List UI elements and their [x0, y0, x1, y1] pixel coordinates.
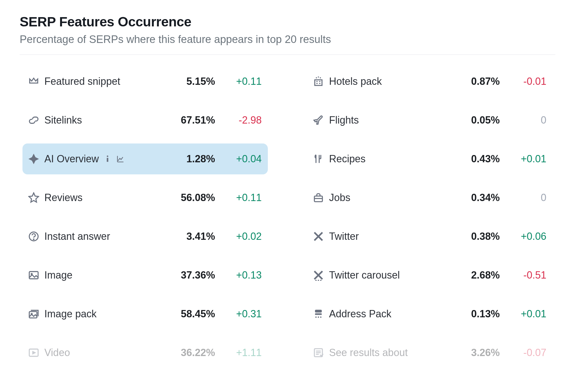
imagepack-icon	[28, 308, 40, 320]
feature-value: 56.08%	[162, 192, 215, 204]
plane-icon	[312, 114, 325, 126]
video-icon	[28, 347, 40, 359]
feature-delta: +0.13	[215, 269, 263, 281]
feature-value: 58.45%	[162, 308, 215, 320]
feature-label: Reviews	[44, 192, 83, 204]
jobs-icon	[312, 192, 325, 204]
feature-delta: +0.04	[215, 153, 263, 165]
feature-value: 3.41%	[162, 231, 215, 242]
feature-label: Flights	[329, 114, 359, 126]
features-col-right: Hotels pack0.87%-0.01Flights0.05%0Recipe…	[307, 66, 553, 376]
feature-delta: -0.51	[500, 269, 547, 281]
feature-delta: 0	[500, 192, 547, 204]
question-icon	[28, 230, 40, 243]
feature-row[interactable]: Hotels pack0.87%-0.01	[307, 66, 553, 97]
feature-row[interactable]: Featured snippet5.15%+0.11	[22, 66, 268, 97]
page-subtitle: Percentage of SERPs where this feature a…	[20, 33, 555, 45]
feature-value: 37.36%	[162, 269, 215, 281]
feature-delta: +0.06	[500, 231, 547, 242]
sparkle-icon	[28, 153, 40, 165]
feature-value: 5.15%	[162, 76, 215, 87]
link-icon	[28, 114, 40, 126]
feature-delta: +0.02	[215, 231, 263, 242]
feature-label: Instant answer	[44, 231, 110, 242]
twittercar-icon	[312, 269, 325, 281]
feature-value: 0.13%	[446, 308, 500, 320]
feature-label: Jobs	[329, 192, 350, 204]
feature-delta: +0.01	[500, 308, 547, 320]
feature-label: Twitter carousel	[329, 269, 400, 281]
feature-row[interactable]: Twitter0.38%+0.06	[307, 221, 553, 252]
crown-icon	[28, 75, 40, 88]
feature-delta: -2.98	[215, 114, 263, 126]
feature-value: 0.34%	[446, 192, 500, 204]
feature-value: 2.68%	[446, 269, 500, 281]
feature-label: Image	[44, 269, 72, 281]
feature-value: 0.38%	[446, 231, 500, 242]
feature-row[interactable]: Image pack58.45%+0.31	[22, 298, 268, 329]
feature-row[interactable]: Address Pack0.13%+0.01	[307, 298, 553, 329]
features-col-left: Featured snippet5.15%+0.11Sitelinks67.51…	[22, 66, 268, 376]
feature-delta: +0.11	[215, 76, 263, 87]
twitter-icon	[312, 230, 325, 243]
feature-label: Video	[44, 347, 70, 359]
feature-value: 0.43%	[446, 153, 500, 165]
feature-delta: -0.01	[500, 76, 547, 87]
features-grid: Featured snippet5.15%+0.11Sitelinks67.51…	[20, 66, 555, 376]
feature-label: See results about	[329, 347, 408, 359]
feature-label: Featured snippet	[44, 76, 120, 87]
page-title: SERP Features Occurrence	[20, 14, 555, 29]
feature-label: Image pack	[44, 308, 97, 320]
feature-value: 36.22%	[162, 347, 215, 359]
chart-icon[interactable]	[116, 155, 125, 163]
feature-row[interactable]: Image37.36%+0.13	[22, 260, 268, 291]
feature-label: Sitelinks	[44, 114, 82, 126]
feature-label: Address Pack	[329, 308, 391, 320]
divider	[20, 54, 555, 55]
feature-row[interactable]: Video36.22%+1.11	[22, 337, 268, 368]
feature-row[interactable]: Twitter carousel2.68%-0.51	[307, 260, 553, 291]
feature-value: 1.28%	[162, 153, 215, 165]
recipes-icon	[312, 153, 325, 165]
feature-delta: -0.07	[500, 347, 547, 359]
feature-delta: +1.11	[215, 347, 263, 359]
address-icon	[312, 308, 325, 320]
feature-delta: +0.11	[215, 192, 263, 204]
feature-row[interactable]: Recipes0.43%+0.01	[307, 143, 553, 174]
feature-value: 3.26%	[446, 347, 500, 359]
feature-delta: +0.31	[215, 308, 263, 320]
feature-row[interactable]: See results about3.26%-0.07	[307, 337, 553, 368]
hotel-icon	[312, 75, 325, 88]
feature-value: 67.51%	[162, 114, 215, 126]
feature-label: AI Overview	[44, 153, 99, 165]
feature-label: Twitter	[329, 231, 359, 242]
feature-label: Recipes	[329, 153, 366, 165]
feature-value: 0.87%	[446, 76, 500, 87]
feature-delta: +0.01	[500, 153, 547, 165]
feature-value: 0.05%	[446, 114, 500, 126]
results-icon	[312, 347, 325, 359]
star-icon	[28, 192, 40, 204]
feature-row[interactable]: AI Overview1.28%+0.04	[22, 143, 268, 174]
feature-delta: 0	[500, 114, 547, 126]
info-icon[interactable]	[103, 155, 112, 163]
image-icon	[28, 269, 40, 281]
feature-label: Hotels pack	[329, 76, 382, 87]
feature-row[interactable]: Jobs0.34%0	[307, 182, 553, 213]
feature-row[interactable]: Instant answer3.41%+0.02	[22, 221, 268, 252]
feature-row[interactable]: Reviews56.08%+0.11	[22, 182, 268, 213]
feature-row[interactable]: Flights0.05%0	[307, 105, 553, 136]
feature-row[interactable]: Sitelinks67.51%-2.98	[22, 105, 268, 136]
